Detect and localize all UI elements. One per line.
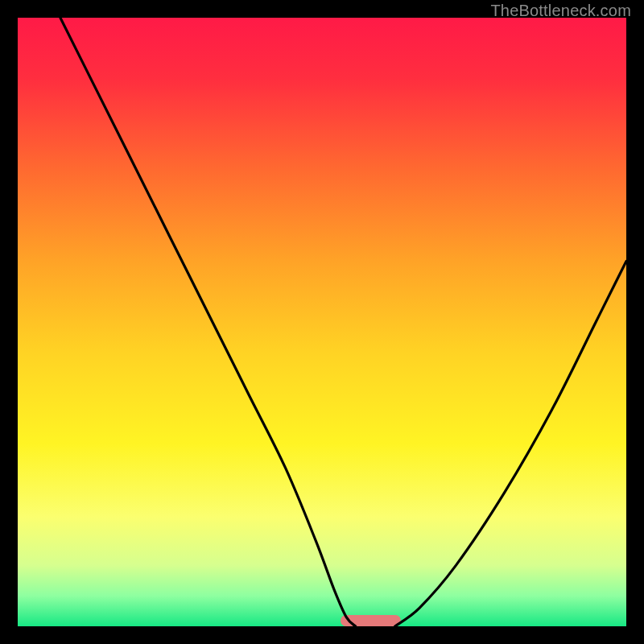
bottleneck-curves [18,18,626,626]
chart-stage: TheBottleneck.com [0,0,644,644]
curve-left-branch [60,18,356,626]
plot-area [18,18,626,626]
curve-right-branch [395,261,626,626]
